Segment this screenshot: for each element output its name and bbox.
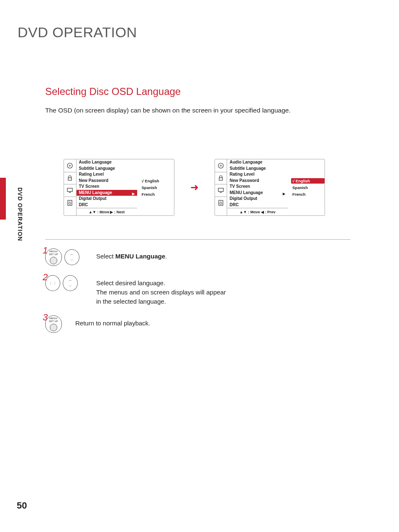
lock-icon [215, 172, 227, 184]
step-buttons: 〈 〉 ︿ ﹀ [45, 275, 91, 291]
round-button-icon [50, 257, 57, 264]
menu-drc[interactable]: DRC [227, 202, 288, 208]
intro-text: The OSD (on screen display) can be shown… [45, 107, 291, 114]
svg-point-15 [220, 201, 221, 202]
steps: 1 MENU/ SET UP ︿ ﹀ Select MENU Language.… [45, 248, 238, 342]
chevron-down-icon: ﹀ [70, 258, 74, 263]
menu-audio-language[interactable]: Audio Language [227, 159, 288, 166]
opt-english[interactable]: √ English [141, 178, 174, 184]
osd-area: Audio Language Subtitle Language Rating … [64, 159, 325, 216]
svg-point-7 [69, 201, 70, 202]
side-label: DVD OPERATION [17, 187, 23, 241]
menu-tv-screen[interactable]: TV Screen [227, 184, 288, 190]
nav-hint-right: ▲▼ : Move ◀ : Prev [227, 208, 288, 215]
step-1-pre: Select [96, 253, 115, 260]
menu-setup-label: MENU/ SET UP [49, 250, 58, 256]
svg-point-1 [69, 165, 71, 166]
osd-panel-right: Audio Language Subtitle Language Rating … [215, 159, 325, 216]
svg-rect-3 [67, 188, 72, 192]
menu-audio-language[interactable]: Audio Language [77, 159, 137, 166]
opt-french[interactable]: French [291, 192, 325, 197]
disc-icon [215, 159, 227, 172]
step-number: 2 [43, 272, 48, 283]
nav-hint-left: ▲▼ : Move ▶ : Next [77, 208, 137, 215]
screen-icon [64, 184, 76, 197]
menu-menu-language[interactable]: MENU Language▶ [77, 190, 137, 196]
step-1-text: Select MENU Language. [96, 248, 167, 261]
osd-icon-col [64, 159, 77, 215]
divider [45, 239, 350, 240]
menu-subtitle-language[interactable]: Subtitle Language [77, 166, 137, 172]
menu-digital-output[interactable]: Digital Output [77, 196, 137, 202]
opt-english[interactable]: √ English [291, 178, 325, 184]
step-2: 2 〈 〉 ︿ ﹀ Select desired language. The m… [45, 275, 238, 306]
menu-menu-language[interactable]: MENU Language▶ [227, 190, 288, 196]
menu-new-password[interactable]: New Password [77, 178, 137, 184]
step-number: 1 [43, 245, 48, 256]
step-buttons: MENU/ SET UP [45, 315, 70, 333]
step-number: 3 [43, 312, 48, 323]
step-buttons: MENU/ SET UP ︿ ﹀ [45, 248, 91, 266]
side-tab [0, 178, 6, 220]
svg-point-9 [220, 165, 221, 166]
screen-icon [215, 184, 227, 197]
osd-menu-col-r: Audio Language Subtitle Language Rating … [227, 159, 288, 215]
osd-menu-col: Audio Language Subtitle Language Rating … [77, 159, 137, 215]
step-3-text: Return to normal playback. [75, 315, 150, 328]
svg-point-14 [220, 202, 222, 204]
svg-rect-2 [68, 178, 72, 180]
menu-subtitle-language[interactable]: Subtitle Language [227, 166, 288, 172]
opt-french[interactable]: French [141, 192, 174, 197]
osd-options-col-r: √ English Spanish French [288, 159, 325, 215]
menu-new-password[interactable]: New Password [227, 178, 288, 184]
menu-drc[interactable]: DRC [77, 202, 137, 208]
chevron-down-icon: ﹀ [69, 284, 72, 289]
svg-point-0 [67, 163, 72, 168]
menu-setup-label: MENU/ SET UP [49, 317, 58, 323]
svg-rect-4 [69, 192, 71, 193]
svg-point-8 [218, 163, 223, 168]
menu-menu-language-label: MENU Language [79, 190, 112, 195]
step-1: 1 MENU/ SET UP ︿ ﹀ Select MENU Language. [45, 248, 238, 266]
svg-point-6 [69, 202, 71, 204]
menu-digital-output[interactable]: Digital Output [227, 196, 288, 202]
chevron-left-icon: 〈 [48, 281, 51, 286]
osd-options-col: √ English Spanish French [137, 159, 174, 215]
menu-menu-language-label: MENU Language [230, 190, 263, 195]
page-number: 50 [17, 500, 27, 511]
chevron-up-icon: ︿ [69, 278, 72, 282]
chevron-up-icon: ︿ [70, 252, 74, 256]
step-3: 3 MENU/ SET UP Return to normal playback… [45, 315, 238, 333]
svg-rect-11 [218, 188, 223, 192]
page-title: DVD OPERATION [18, 24, 137, 41]
osd-panel-left: Audio Language Subtitle Language Rating … [64, 159, 174, 216]
step-2-text: Select desired language. The menus and o… [96, 275, 226, 306]
chevron-right-icon: 〉 [54, 281, 57, 286]
round-button-icon [50, 324, 57, 331]
svg-rect-12 [220, 192, 222, 193]
speaker-icon [215, 197, 227, 209]
up-down-button[interactable]: ︿ ﹀ [64, 249, 79, 265]
menu-rating-level[interactable]: Rating Level [227, 171, 288, 178]
opt-spanish[interactable]: Spanish [291, 185, 325, 190]
menu-rating-level[interactable]: Rating Level [77, 171, 137, 178]
step-1-post: . [165, 253, 167, 260]
speaker-icon [64, 197, 76, 209]
menu-tv-screen[interactable]: TV Screen [77, 184, 137, 190]
arrow-right-icon: ➜ [190, 182, 199, 193]
section-title: Selecting Disc OSD Language [45, 86, 181, 97]
up-down-button[interactable]: ︿ ﹀ [63, 275, 78, 291]
osd-icon-col-r [215, 159, 228, 215]
lock-icon [64, 172, 76, 184]
step-2-line2: The menus and on screen displays will ap… [96, 289, 226, 305]
step-2-line1: Select desired language. [96, 279, 165, 286]
opt-spanish[interactable]: Spanish [141, 185, 174, 190]
step-1-bold: MENU Language [115, 253, 165, 260]
svg-rect-10 [219, 178, 223, 180]
disc-icon [64, 159, 76, 172]
